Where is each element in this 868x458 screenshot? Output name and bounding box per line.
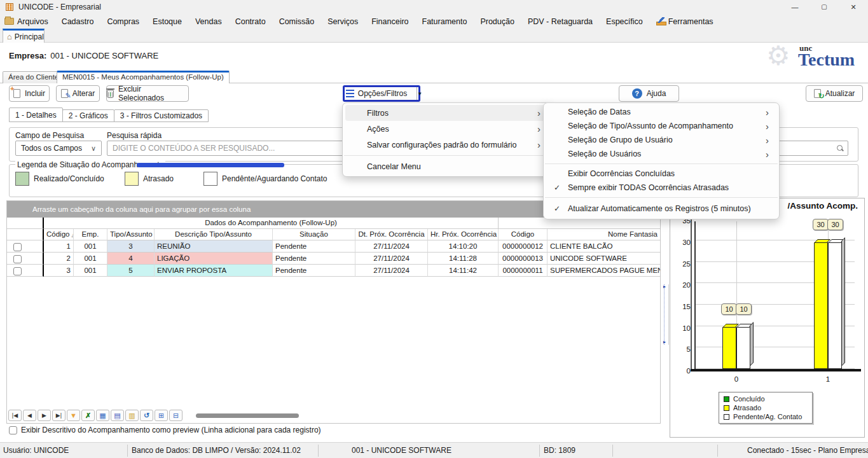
opcoes-dropdown-arrow-icon[interactable]: ▼ [417, 87, 422, 100]
cell-emp[interactable]: 001 [74, 240, 107, 253]
menu-item-acoes[interactable]: Ações› [345, 121, 548, 137]
column-header-situacao[interactable]: Situação [273, 229, 355, 240]
cell-situacao[interactable]: Pendente [273, 240, 355, 253]
menu-faturamento[interactable]: Faturamento [422, 17, 467, 26]
cell-cod-cliente[interactable]: 0000000012 [499, 240, 548, 253]
excluir-selecionados-button[interactable]: Excluir Selecionados [106, 85, 189, 102]
column-header-emp[interactable]: Emp. [74, 229, 107, 240]
nav-next-button[interactable]: ▶ [38, 410, 51, 421]
cell-descricao[interactable]: REUNIÃO [155, 240, 273, 253]
menu-ferramentas[interactable]: Ferramentas [656, 17, 713, 26]
row-checkbox[interactable] [13, 255, 22, 263]
minimize-button[interactable]: — [780, 0, 809, 14]
row-checkbox[interactable] [13, 243, 22, 251]
menu-comissao[interactable]: Comissão [279, 17, 315, 26]
cell-tipo[interactable]: 4 [107, 253, 155, 265]
nav-save-layout-icon[interactable]: ▤ [111, 410, 124, 421]
menu-servicos[interactable]: Serviços [327, 17, 358, 26]
nav-load-layout-icon[interactable]: ▥ [125, 410, 139, 421]
submenu-item-selecao-tipo-assunto[interactable]: Seleção de Tipo/Assunto de Acompanhament… [546, 119, 776, 133]
cell-emp[interactable]: 001 [74, 265, 107, 277]
tab-detalhes[interactable]: 1 - Detalhes [9, 108, 63, 122]
search-icon[interactable] [836, 144, 844, 152]
menu-arquivos[interactable]: Arquivos [4, 17, 48, 26]
tab-filtros-customizados[interactable]: 3 - Filtros Customizados [114, 109, 209, 122]
cell-hora[interactable]: 14:10:20 [428, 240, 499, 253]
cell-codigo[interactable]: 3 [44, 265, 74, 277]
cell-data[interactable]: 27/11/2024 [355, 253, 428, 265]
alterar-button[interactable]: Alterar [56, 85, 100, 102]
search-field-select[interactable]: Todos os Campos∨ [15, 141, 102, 156]
atualizar-button[interactable]: Atualizar [806, 85, 863, 102]
column-header-nome[interactable]: Nome Fantasia [548, 229, 660, 240]
cell-descricao[interactable]: ENVIAR PROPOSTA [155, 265, 273, 277]
opcoes-filtros-button[interactable]: Opções/Filtros ▼ [343, 85, 420, 102]
column-header-codigo[interactable]: Código△ [44, 229, 74, 240]
column-header-cod-cliente[interactable]: Código [499, 229, 548, 240]
menu-item-filtros[interactable]: Filtros› [345, 105, 548, 121]
cell-tipo[interactable]: 5 [107, 265, 155, 277]
cell-tipo[interactable]: 3 [107, 240, 155, 253]
cell-codigo[interactable]: 2 [44, 253, 74, 265]
tab-principal[interactable]: ⌂ Principal [3, 29, 45, 43]
menu-item-salvar-configuracoes[interactable]: Salvar configurações padrão do formulári… [345, 137, 548, 153]
nav-prev-button[interactable]: ◀ [23, 410, 36, 421]
menu-financeiro[interactable]: Financeiro [371, 17, 408, 26]
close-button[interactable]: ✕ [839, 0, 868, 14]
cell-situacao[interactable]: Pendente [273, 265, 355, 277]
nav-last-button[interactable]: ▶| [52, 410, 65, 421]
menu-producao[interactable]: Produção [480, 17, 514, 26]
cell-data[interactable]: 27/11/2024 [355, 240, 428, 253]
nav-export-excel-icon[interactable]: ✗ [81, 410, 95, 421]
cell-hora[interactable]: 14:11:28 [428, 253, 499, 265]
horizontal-scrollbar-thumb[interactable] [196, 413, 299, 418]
nav-expand-icon[interactable]: ⊞ [155, 410, 168, 421]
tab-area-do-cliente[interactable]: Área do Cliente [3, 71, 64, 83]
menu-item-cancelar-menu[interactable]: Cancelar Menu [345, 158, 548, 174]
cell-cod-cliente[interactable]: 0000000011 [499, 265, 548, 277]
panel-splitter[interactable]: ▸ ▸ [664, 284, 669, 345]
incluir-button[interactable]: Incluir [9, 85, 50, 102]
row-checkbox[interactable] [13, 267, 22, 275]
menu-estoque[interactable]: Estoque [153, 17, 182, 26]
submenu-item-selecao-usuarios[interactable]: Seleção de Usuários› [546, 147, 776, 161]
cell-nome[interactable]: CLIENTE BALCÃO [548, 240, 660, 253]
submenu-item-selecao-datas[interactable]: Seleção de Datas› [546, 105, 776, 119]
nav-grouping-icon[interactable]: ▦ [96, 410, 109, 421]
cell-codigo[interactable]: 1 [44, 240, 74, 253]
tab-graficos[interactable]: 2 - Gráficos [62, 109, 114, 122]
nav-filter-icon[interactable]: ▼ [67, 410, 80, 421]
cell-situacao[interactable]: Pendente [273, 253, 355, 265]
nav-collapse-icon[interactable]: ⊟ [169, 410, 183, 421]
submenu-item-exibir-concluidas[interactable]: Exibir Ocorrências Concluídas [546, 167, 776, 181]
tab-followup[interactable]: MEN0015 - Meus Acompanhamentos (Follow-U… [57, 71, 230, 83]
maximize-button[interactable]: ▢ [809, 0, 839, 14]
cell-hora[interactable]: 14:11:42 [428, 265, 499, 277]
nav-reset-icon[interactable]: ↺ [140, 410, 153, 421]
column-header-data[interactable]: Dt. Próx. Ocorrência [355, 229, 428, 240]
cell-data[interactable]: 27/11/2024 [355, 265, 428, 277]
menu-especifico[interactable]: Específico [606, 17, 643, 26]
column-header-hora[interactable]: Hr. Próx. Ocorrência [428, 229, 499, 240]
nav-first-button[interactable]: |◀ [8, 410, 22, 421]
menu-contrato[interactable]: Contrato [235, 17, 266, 26]
menu-cadastro[interactable]: Cadastro [62, 17, 94, 26]
cell-nome[interactable]: UNICODE SOFTWARE [548, 253, 660, 265]
splitter-arrow-icon[interactable]: ▸ [663, 284, 666, 289]
submenu-item-atualizar-automaticamente[interactable]: ✓Atualizar Automaticamente os Registros … [546, 200, 776, 217]
preview-checkbox[interactable] [9, 426, 17, 434]
submenu-item-sempre-exibir-atrasadas[interactable]: ✓Sempre exibir TODAS Ocorrências Atrasad… [546, 181, 776, 195]
column-header-tipo[interactable]: Tipo/Assunto [107, 229, 155, 240]
menu-compras[interactable]: Compras [107, 17, 139, 26]
menu-vendas[interactable]: Vendas [195, 17, 222, 26]
ajuda-button[interactable]: ?Ajuda [619, 85, 679, 102]
cell-nome[interactable]: SUPERMERCADOS PAGUE MENOS [548, 265, 660, 277]
band-header[interactable]: Dados do Acompanhamento (Follow-Up) [44, 218, 499, 229]
submenu-item-selecao-grupo-usuario[interactable]: Seleção de Grupo de Usuário› [546, 133, 776, 147]
splitter-arrow-icon[interactable]: ▸ [663, 340, 666, 345]
column-header-descricao[interactable]: Descrição Tipo/Assunto [155, 229, 273, 240]
cell-descricao[interactable]: LIGAÇÃO [155, 253, 273, 265]
menu-pdv-retaguarda[interactable]: PDV - Retaguarda [528, 17, 593, 26]
cell-emp[interactable]: 001 [74, 253, 107, 265]
cell-cod-cliente[interactable]: 0000000013 [499, 253, 548, 265]
